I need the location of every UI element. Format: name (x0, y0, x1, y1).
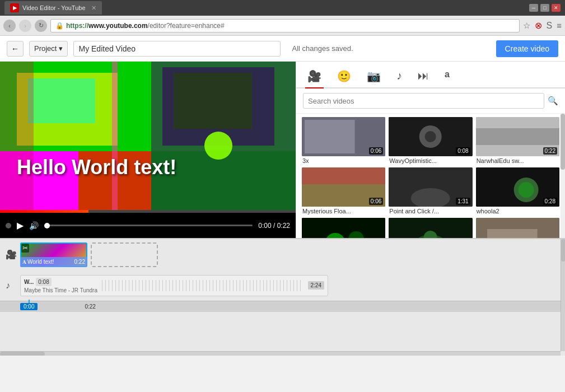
thumb-whoola2[interactable]: 0:28 whoola2 (476, 167, 559, 214)
app-back-button[interactable]: ← (7, 41, 24, 57)
url-https: https:// (66, 22, 88, 30)
thumb-wavy-duration: 0:08 (456, 147, 470, 155)
minimize-button[interactable]: ─ (529, 4, 538, 12)
text-clip-label: World text! (27, 259, 54, 265)
forward-button[interactable]: › (19, 20, 31, 32)
thumb-mysterious-duration: 0:06 (369, 198, 383, 205)
preview-video-frame: Hello World text! (0, 62, 296, 213)
url-domain: www.youtube.com (88, 22, 148, 30)
panel-scrollbar-thumb[interactable] (561, 114, 565, 170)
titlebar-left: ▶ Video Editor - YouTube ✕ (4, 1, 102, 15)
tab-text[interactable]: a (442, 67, 452, 87)
video-track: 🎥 ✂ 𝐀 World text! 0:22 (0, 239, 565, 270)
project-label: Project (34, 44, 57, 53)
star-icon[interactable]: ☆ (523, 21, 530, 31)
tab-bar: 🎥 🙂 📷 ♪ ⏭ a (296, 62, 565, 88)
time-display: 0:00 / 0:22 (258, 222, 290, 230)
search-bar: 🔍 (296, 88, 565, 114)
timeline-ruler: 0:00 0:22 (0, 301, 565, 312)
active-tab[interactable]: ▶ Video Editor - YouTube ✕ (4, 1, 102, 15)
tab-emoji[interactable]: 🙂 (335, 67, 353, 87)
thumb-insides[interactable]: 0:13 insides (476, 218, 559, 238)
maximize-button[interactable]: □ (540, 4, 549, 12)
thumb-narwhal-img (389, 218, 472, 238)
appbar: ← Project ▾ All changes saved. Create vi… (0, 36, 565, 62)
svg-rect-33 (487, 229, 538, 238)
timeline-scrollbar-v-thumb[interactable] (561, 239, 565, 262)
preview-controls: ▶ 🔊 0:00 / 0:22 (0, 213, 296, 238)
svg-rect-11 (112, 62, 118, 213)
time-current: 0:00 (258, 222, 271, 230)
back-button[interactable]: ‹ (3, 20, 16, 32)
thumb-ahh[interactable]: 0:28 ahh whoola1 (302, 218, 385, 238)
thumb-3x-title: 3x (302, 157, 385, 164)
audio-time1: 0:08 (36, 278, 51, 286)
refresh-button[interactable]: ↻ (35, 20, 47, 32)
panel-scrollbar-track[interactable] (561, 114, 565, 238)
text-clip-duration: 0:22 (74, 259, 85, 265)
audio-info: W... 0:08 Maybe This Time - JR Tundra (24, 278, 97, 293)
text-overlay-clip: 𝐀 World text! 0:22 (20, 257, 87, 267)
titlebar: ▶ Video Editor - YouTube ✕ ─ □ ✕ (0, 0, 565, 16)
thumb-point[interactable]: 1:31 Point and Click /... (389, 167, 472, 214)
addressbar: ‹ › ↻ 🔒 https:// www.youtube.com /editor… (0, 16, 565, 36)
svg-rect-26 (302, 218, 385, 238)
timeline-scrollbar-h[interactable] (0, 351, 561, 356)
text-clip-cursor-icon: 𝐀 (22, 259, 26, 265)
timeline-scrollbar-v[interactable] (561, 239, 565, 351)
time-start-label: 0:00 (20, 303, 38, 310)
audio-track-icon: ♪ (6, 281, 10, 291)
thumb-insides-img (476, 218, 559, 238)
tab-music[interactable]: ♪ (394, 67, 404, 87)
tab-photos[interactable]: 📷 (365, 67, 383, 87)
project-title-input[interactable] (73, 41, 281, 57)
svg-rect-18 (476, 128, 559, 145)
thumb-point-title: Point and Click /... (389, 208, 472, 214)
progress-thumb (44, 223, 50, 228)
empty-clip-drop-zone[interactable] (91, 242, 158, 267)
playhead-line (29, 300, 30, 303)
progress-bar[interactable] (44, 225, 253, 226)
thumb-3x[interactable]: 0:06 3x (302, 117, 385, 164)
thumb-ahh-img (302, 218, 385, 238)
sync-icon[interactable]: S (547, 21, 553, 31)
search-input[interactable] (303, 93, 544, 109)
preview-video-bg (0, 62, 296, 213)
toolbar-icons: ☆ ⊗ S ≡ (523, 20, 562, 31)
close-button[interactable]: ✕ (552, 4, 561, 12)
menu-icon[interactable]: ≡ (557, 21, 562, 30)
project-button[interactable]: Project ▾ (29, 41, 68, 57)
thumb-narwhaledu[interactable]: 0:22 NarwhalEdu sw... (476, 117, 559, 164)
svg-rect-8 (174, 73, 252, 129)
url-bar[interactable]: 🔒 https:// www.youtube.com /editor?featu… (50, 19, 520, 32)
audio-clip[interactable]: W... 0:08 Maybe This Time - JR Tundra 2:… (20, 275, 328, 296)
preview-text-overlay: Hello World text! (17, 156, 176, 179)
video-clip[interactable]: ✂ 𝐀 World text! 0:22 (20, 242, 87, 267)
thumb-wavy[interactable]: 0:08 WavyOptimistic... (389, 117, 472, 164)
playhead-dot (6, 223, 11, 228)
play-button[interactable]: ▶ (17, 220, 24, 231)
video-preview: Hello World text! ▶ 🔊 0:00 / 0:22 (0, 62, 296, 238)
timeline-scrollbar-h-thumb[interactable] (0, 352, 45, 356)
search-icon[interactable]: 🔍 (548, 96, 558, 106)
create-video-button[interactable]: Create video (496, 40, 558, 57)
thumb-whoola2-title: whoola2 (476, 208, 559, 214)
close-tab-icon[interactable]: ✕ (91, 4, 96, 12)
right-panel: 🎥 🙂 📷 ♪ ⏭ a 🔍 0:06 (296, 62, 565, 238)
video-clip-container: ✂ 𝐀 World text! 0:22 (20, 242, 87, 267)
main-area: Hello World text! ▶ 🔊 0:00 / 0:22 🎥 🙂 📷 … (0, 62, 565, 238)
tab-videos[interactable]: 🎥 (305, 67, 324, 87)
opera-icon[interactable]: ⊗ (535, 20, 542, 31)
save-status: All changes saved. (292, 44, 490, 53)
yt-favicon: ▶ (10, 3, 19, 12)
svg-rect-13 (305, 120, 355, 153)
thumb-narwhal[interactable]: 0:38 Narwhal final (389, 218, 472, 238)
volume-icon[interactable]: 🔊 (29, 221, 39, 230)
url-path: /editor?feature=enhance# (148, 22, 225, 30)
svg-rect-10 (0, 62, 34, 213)
thumb-mysterious[interactable]: 0:06 Mysterious Floa... (302, 167, 385, 214)
thumb-narwhaledu-duration: 0:22 (543, 147, 557, 155)
svg-point-16 (425, 131, 436, 142)
audio-waveform (102, 280, 303, 291)
tab-transitions[interactable]: ⏭ (415, 67, 431, 87)
